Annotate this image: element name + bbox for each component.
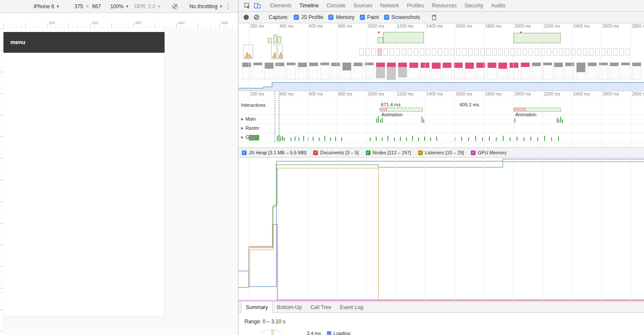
counter-toggle-js-heap[interactable]: ✓JS Heap [3.1 MB – 5.5 MB]	[242, 150, 306, 155]
counters-chart[interactable]	[238, 158, 644, 301]
screenshot-thumbnail[interactable]	[553, 48, 557, 56]
tab-security[interactable]: Security	[460, 0, 487, 11]
checkbox-icon[interactable]: ✓	[328, 15, 333, 20]
track-main[interactable]: ▶Main	[238, 115, 644, 124]
screenshot-thumbnail[interactable]	[468, 48, 473, 56]
screenshot-thumbnail[interactable]	[432, 48, 436, 56]
screenshot-thumbnail[interactable]	[504, 48, 509, 56]
screenshot-thumbnail[interactable]	[414, 48, 418, 56]
tab-event-log[interactable]: Event Log	[336, 302, 368, 313]
checkbox-icon[interactable]: ✓	[313, 150, 318, 155]
screenshot-thumbnail[interactable]	[271, 45, 276, 59]
device-height-field[interactable]: 667	[92, 3, 101, 10]
screenshot-thumbnail[interactable]	[450, 48, 454, 56]
screenshot-thumbnail[interactable]	[498, 48, 503, 56]
screenshot-thumbnail[interactable]	[396, 48, 400, 56]
capture-option-memory[interactable]: ✓Memory	[328, 14, 354, 20]
screenshot-thumbnail[interactable]	[607, 48, 612, 56]
screenshot-thumbnail[interactable]	[517, 48, 521, 56]
screenshot-thumbnail[interactable]	[565, 48, 569, 56]
device-width-field[interactable]: 375	[74, 3, 83, 10]
garbage-collect-button[interactable]	[431, 14, 437, 20]
animation-bar[interactable]	[380, 108, 423, 112]
screenshot-thumbnail[interactable]	[390, 48, 394, 56]
screenshot-thumbnail[interactable]	[474, 48, 479, 56]
screenshot-thumbnail[interactable]	[535, 48, 539, 56]
tab-network[interactable]: Network	[376, 0, 403, 11]
screenshot-thumbnail[interactable]	[486, 48, 491, 56]
tab-profiles[interactable]: Profiles	[403, 0, 428, 11]
checkbox-icon[interactable]: ✓	[366, 150, 371, 155]
track-gpu[interactable]: ▶GPU	[238, 133, 644, 142]
screenshot-thumbnail[interactable]	[402, 48, 406, 56]
emulated-page[interactable]: menu	[3, 29, 165, 317]
record-button[interactable]	[244, 15, 249, 20]
screenshot-thumbnail[interactable]	[625, 48, 630, 56]
capture-option-screenshots[interactable]: ✓Screenshots	[384, 14, 420, 20]
track-interactions[interactable]: Interactions 671.4 msAnimation609.2 msAn…	[238, 101, 644, 115]
capture-option-paint[interactable]: ✓Paint	[360, 14, 379, 20]
screenshot-thumbnail[interactable]	[577, 48, 581, 56]
device-select[interactable]: iPhone 6 ▼	[34, 3, 60, 10]
screenshot-thumbnail[interactable]	[589, 48, 593, 56]
screenshot-thumbnail[interactable]	[462, 48, 466, 56]
screenshot-thumbnail[interactable]	[547, 48, 551, 56]
disclosure-triangle-icon[interactable]: ▶	[241, 126, 244, 130]
track-raster[interactable]: ▶Raster	[238, 124, 644, 133]
checkbox-icon[interactable]: ✓	[384, 15, 389, 20]
screenshot-thumbnail[interactable]	[438, 48, 442, 56]
inspect-element-icon[interactable]	[242, 0, 252, 11]
screenshot-thumbnail[interactable]	[408, 48, 412, 56]
page-menu-header[interactable]: menu	[3, 32, 165, 53]
screenshot-thumbnail[interactable]	[529, 48, 533, 56]
screenshot-thumbnail[interactable]	[384, 48, 388, 56]
checkbox-icon[interactable]: ✓	[471, 150, 476, 155]
screenshot-thumbnail[interactable]	[420, 48, 424, 56]
tab-audits[interactable]: Audits	[487, 0, 509, 11]
screenshot-thumbnail[interactable]	[444, 48, 448, 56]
screenshot-thumbnail[interactable]	[359, 48, 364, 56]
more-options-button[interactable]: ⋮	[225, 3, 231, 10]
screenshot-thumbnail[interactable]	[583, 48, 587, 56]
throttling-select[interactable]: No throttling ▼	[190, 3, 223, 10]
screenshot-thumbnail[interactable]	[426, 48, 430, 56]
timeline-tracks[interactable]: Interactions 671.4 msAnimation609.2 msAn…	[238, 91, 644, 147]
tab-elements[interactable]: Elements	[266, 0, 295, 11]
tab-sources[interactable]: Sources	[349, 0, 376, 11]
tab-call-tree[interactable]: Call Tree	[306, 302, 336, 313]
checkbox-icon[interactable]: ✓	[242, 150, 247, 155]
screenshot-thumbnail[interactable]	[541, 48, 545, 56]
checkbox-icon[interactable]: ✓	[418, 150, 423, 155]
disclosure-triangle-icon[interactable]: ▶	[241, 117, 244, 121]
tab-timeline[interactable]: Timeline	[295, 0, 323, 11]
screenshot-thumbnail[interactable]	[371, 48, 376, 56]
screenshot-thumbnail[interactable]	[559, 48, 563, 56]
screenshot-thumbnail[interactable]	[244, 45, 253, 59]
screenshot-thumbnail[interactable]	[613, 48, 618, 56]
counter-toggle-documents[interactable]: ✓Documents [3 – 5]	[313, 150, 358, 155]
screenshot-thumbnail[interactable]	[595, 48, 600, 56]
animation-bar[interactable]	[514, 108, 561, 112]
screenshot-thumbnail[interactable]	[492, 48, 497, 56]
tab-console[interactable]: Console	[323, 0, 349, 11]
screenshot-thumbnail[interactable]	[523, 48, 527, 56]
device-toolbar-toggle-icon[interactable]	[252, 0, 263, 11]
dpr-select[interactable]: DPR: 2.0 ▼	[134, 3, 161, 10]
counter-toggle-gpu-memory[interactable]: ✓GPU Memory	[471, 150, 507, 155]
screenshot-thumbnail[interactable]	[456, 48, 460, 56]
screenshot-thumbnail[interactable]	[378, 48, 382, 56]
screenshot-thumbnail[interactable]	[511, 48, 515, 56]
timeline-overview[interactable]: 200 ms400 ms600 ms800 ms1000 ms1200 ms14…	[238, 23, 644, 91]
capture-option-js-profile[interactable]: ✓JS Profile	[294, 14, 323, 20]
tab-bottom-up[interactable]: Bottom-Up	[273, 302, 306, 313]
counter-toggle-nodes[interactable]: ✓Nodes [112 – 297]	[366, 150, 411, 155]
checkbox-icon[interactable]: ✓	[360, 15, 365, 20]
tab-resources[interactable]: Resources	[428, 0, 460, 11]
zoom-select[interactable]: 100% ▼	[110, 3, 129, 10]
screenshot-thumbnail[interactable]	[601, 48, 606, 56]
counter-toggle-listeners[interactable]: ✓Listeners [10 – 29]	[418, 150, 464, 155]
disclosure-triangle-icon[interactable]: ▶	[241, 135, 244, 139]
checkbox-icon[interactable]: ✓	[294, 15, 299, 20]
clear-button[interactable]	[254, 15, 259, 20]
screenshot-thumbnail[interactable]	[619, 48, 624, 56]
